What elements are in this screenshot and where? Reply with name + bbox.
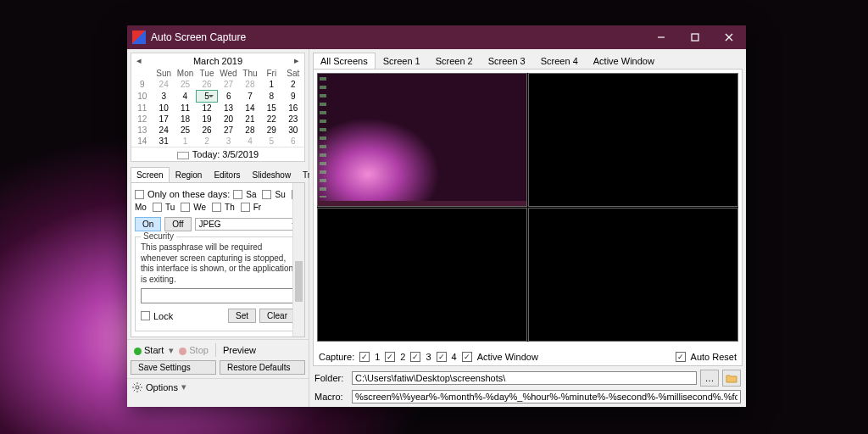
browse-button[interactable]: … bbox=[700, 370, 719, 387]
calendar-day[interactable]: 5 bbox=[196, 91, 217, 103]
calendar-day[interactable]: 21 bbox=[239, 114, 260, 125]
start-button[interactable]: Start bbox=[131, 343, 167, 357]
tab-region[interactable]: Region bbox=[170, 167, 209, 182]
calendar-day[interactable]: 1 bbox=[175, 136, 196, 147]
day-checkbox-th[interactable] bbox=[212, 203, 221, 212]
only-days-checkbox[interactable] bbox=[135, 190, 144, 199]
calendar-day[interactable]: 8 bbox=[261, 91, 282, 103]
calendar-day[interactable]: 13 bbox=[218, 103, 239, 114]
calendar-day[interactable]: 28 bbox=[239, 125, 260, 136]
tab-screen[interactable]: Screen bbox=[131, 167, 170, 182]
day-checkbox-tu[interactable] bbox=[153, 203, 162, 212]
capture-checkbox-3[interactable]: ✓ bbox=[410, 352, 420, 362]
calendar-day[interactable]: 3 bbox=[153, 91, 174, 103]
calendar-day[interactable]: 20 bbox=[218, 114, 239, 125]
calendar-day[interactable]: 12 bbox=[196, 103, 217, 114]
calendar-day[interactable]: 27 bbox=[218, 125, 239, 136]
stop-button[interactable]: Stop bbox=[175, 343, 212, 357]
calendar-day[interactable]: 18 bbox=[175, 114, 196, 125]
screen-thumbnail-3[interactable] bbox=[317, 208, 527, 342]
chevron-down-icon: ▾ bbox=[181, 381, 186, 392]
left-scrollbar[interactable] bbox=[292, 183, 304, 337]
calendar-day[interactable]: 6 bbox=[282, 136, 303, 147]
calendar-day[interactable]: 27 bbox=[218, 79, 239, 91]
calendar-day[interactable]: 24 bbox=[153, 79, 174, 91]
capture-active-window-checkbox[interactable]: ✓ bbox=[462, 352, 472, 362]
calendar-day[interactable]: 25 bbox=[175, 125, 196, 136]
calendar-day[interactable]: 22 bbox=[261, 114, 282, 125]
day-checkbox-sa[interactable] bbox=[233, 190, 242, 199]
screen-thumbnail-4[interactable] bbox=[528, 208, 738, 342]
start-dropdown-icon[interactable]: ▾ bbox=[169, 345, 174, 356]
calendar-day[interactable]: 11 bbox=[175, 103, 196, 114]
calendar-day[interactable]: 15 bbox=[261, 103, 282, 114]
capture-label: Capture: bbox=[319, 352, 354, 362]
capture-checkbox-2[interactable]: ✓ bbox=[385, 352, 395, 362]
format-select[interactable]: JPEG bbox=[195, 218, 302, 231]
macro-label: Macro: bbox=[314, 392, 348, 402]
tab-slideshow[interactable]: Slideshow bbox=[247, 167, 298, 182]
calendar-day[interactable]: 19 bbox=[196, 114, 217, 125]
calendar-day[interactable]: 7 bbox=[239, 91, 260, 103]
calendar-day[interactable]: 14 bbox=[239, 103, 260, 114]
calendar-next-button[interactable]: ▸ bbox=[291, 55, 303, 66]
calendar-prev-button[interactable]: ◂ bbox=[133, 55, 145, 66]
macro-input[interactable] bbox=[352, 390, 741, 403]
screen-thumbnail-1[interactable] bbox=[317, 73, 527, 207]
calendar-day[interactable]: 17 bbox=[153, 114, 174, 125]
folder-input[interactable] bbox=[352, 371, 697, 385]
close-button[interactable] bbox=[712, 25, 746, 49]
calendar-day[interactable]: 24 bbox=[153, 125, 174, 136]
lock-checkbox[interactable] bbox=[141, 311, 150, 320]
screen-thumbnail-2[interactable] bbox=[528, 73, 738, 207]
calendar-day[interactable]: 3 bbox=[218, 136, 239, 147]
calendar-day[interactable]: 4 bbox=[239, 136, 260, 147]
rtab-all-screens[interactable]: All Screens bbox=[313, 53, 376, 69]
day-checkbox-su[interactable] bbox=[262, 190, 271, 199]
maximize-button[interactable] bbox=[678, 25, 712, 49]
calendar-day[interactable]: 10 bbox=[153, 103, 174, 114]
minimize-button[interactable] bbox=[644, 25, 678, 49]
calendar-day[interactable]: 29 bbox=[261, 125, 282, 136]
auto-reset-checkbox[interactable]: ✓ bbox=[676, 352, 686, 362]
rtab-screen-4[interactable]: Screen 4 bbox=[533, 53, 586, 69]
save-settings-button[interactable]: Save Settings bbox=[131, 360, 216, 375]
preview-button[interactable]: Preview bbox=[220, 343, 259, 357]
restore-defaults-button[interactable]: Restore Defaults bbox=[220, 360, 305, 375]
rtab-screen-3[interactable]: Screen 3 bbox=[481, 53, 533, 69]
calendar-day[interactable]: 30 bbox=[282, 125, 303, 136]
calendar-day[interactable]: 25 bbox=[175, 79, 196, 91]
calendar-day[interactable]: 1 bbox=[261, 79, 282, 91]
off-button[interactable]: Off bbox=[164, 217, 191, 231]
passphrase-input[interactable] bbox=[141, 288, 295, 303]
calendar-week-number: 14 bbox=[131, 136, 153, 147]
calendar-day[interactable]: 2 bbox=[282, 79, 303, 91]
on-button[interactable]: On bbox=[135, 217, 161, 231]
calendar-day[interactable]: 4 bbox=[175, 91, 196, 103]
tab-editors[interactable]: Editors bbox=[208, 167, 246, 182]
calendar-day[interactable]: 5 bbox=[261, 136, 282, 147]
calendar-day[interactable]: 26 bbox=[196, 79, 217, 91]
open-folder-button[interactable] bbox=[722, 370, 741, 387]
calendar-day[interactable]: 26 bbox=[196, 125, 217, 136]
capture-checkbox-4[interactable]: ✓ bbox=[437, 352, 447, 362]
clear-button[interactable]: Clear bbox=[259, 309, 295, 323]
set-button[interactable]: Set bbox=[228, 309, 256, 323]
rtab-screen-1[interactable]: Screen 1 bbox=[376, 53, 428, 69]
calendar-day[interactable]: 23 bbox=[282, 114, 303, 125]
rtab-active-window[interactable]: Active Window bbox=[586, 53, 662, 69]
calendar-day[interactable]: 16 bbox=[282, 103, 303, 114]
day-checkbox-we[interactable] bbox=[181, 203, 190, 212]
calendar-day[interactable]: 28 bbox=[239, 79, 260, 91]
options-menu[interactable]: Options ▾ bbox=[127, 378, 309, 395]
calendar-today-link[interactable]: Today: 3/5/2019 bbox=[131, 147, 304, 161]
calendar-day[interactable]: 31 bbox=[153, 136, 174, 147]
security-group: Security This passphrase will be require… bbox=[135, 236, 301, 331]
calendar-day[interactable]: 2 bbox=[196, 136, 217, 147]
calendar-day[interactable]: 6 bbox=[218, 91, 239, 103]
day-checkbox-fr[interactable] bbox=[241, 203, 250, 212]
titlebar[interactable]: Auto Screen Capture bbox=[127, 25, 746, 49]
calendar-day[interactable]: 9 bbox=[282, 91, 303, 103]
capture-checkbox-1[interactable]: ✓ bbox=[359, 352, 370, 362]
rtab-screen-2[interactable]: Screen 2 bbox=[428, 53, 481, 69]
